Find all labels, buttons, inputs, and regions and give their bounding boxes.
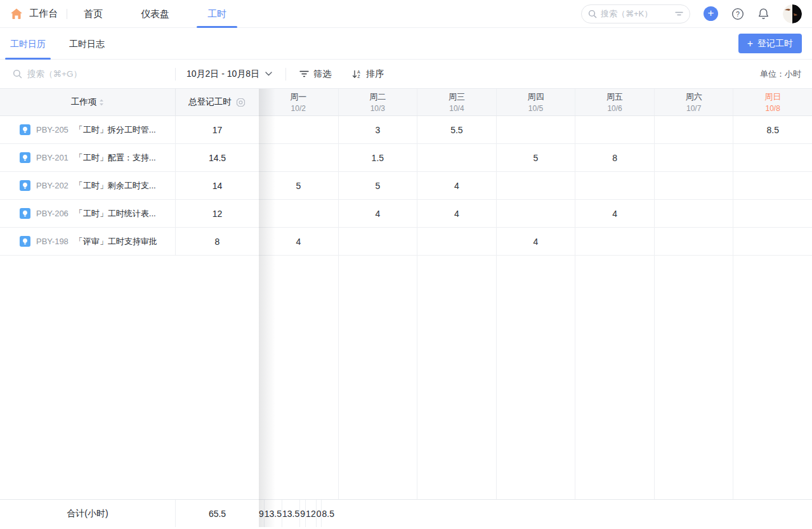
global-search-input[interactable] bbox=[601, 9, 671, 18]
work-item-column-header[interactable]: 工作项 bbox=[0, 89, 176, 115]
help-icon[interactable]: ? bbox=[731, 8, 744, 20]
work-item-id: PBY-201 bbox=[36, 153, 69, 162]
nav-item-home[interactable]: 首页 bbox=[84, 0, 103, 28]
hours-cell[interactable] bbox=[733, 172, 812, 199]
hours-row: 554 bbox=[259, 172, 812, 200]
hours-cell[interactable] bbox=[417, 144, 496, 171]
work-item-row[interactable]: PBY-206 「工时」工时统计表... 12 bbox=[0, 200, 259, 228]
hours-cell[interactable]: 5 bbox=[338, 172, 417, 199]
hours-cell[interactable] bbox=[654, 228, 733, 255]
nav-item-worktime[interactable]: 工时 bbox=[207, 0, 226, 28]
totals-row-label: 合计(小时) bbox=[0, 500, 176, 527]
svg-text:A: A bbox=[358, 70, 361, 74]
create-new-button[interactable]: + bbox=[704, 6, 718, 21]
hours-cell[interactable]: 4 bbox=[417, 172, 496, 199]
sort-button[interactable]: AZ 排序 bbox=[352, 69, 384, 80]
hours-cell[interactable]: 3 bbox=[338, 116, 417, 143]
total-column-header: 总登记工时 bbox=[176, 89, 259, 115]
top-nav: 工作台 首页 仪表盘 工时 + ? bbox=[0, 0, 812, 28]
day-column-header[interactable]: 周六 10/7 bbox=[654, 89, 733, 115]
work-item-id: PBY-202 bbox=[36, 181, 69, 190]
work-item-cell[interactable]: PBY-198 「评审」工时支持审批 bbox=[0, 228, 176, 255]
plus-icon: + bbox=[747, 39, 753, 49]
register-hours-button[interactable]: + 登记工时 bbox=[738, 34, 802, 53]
global-search-box[interactable] bbox=[581, 4, 690, 23]
date-label: 10/2 bbox=[291, 104, 306, 113]
tab-worktime-log[interactable]: 工时日志 bbox=[69, 28, 105, 60]
day-total-cell: 13.5 bbox=[264, 500, 282, 527]
hours-cell[interactable] bbox=[575, 116, 654, 143]
hours-cell[interactable]: 4 bbox=[259, 228, 338, 255]
workbench-menu[interactable]: 工作台 bbox=[29, 8, 58, 20]
hours-cell[interactable]: 8 bbox=[575, 144, 654, 171]
hours-cell[interactable] bbox=[417, 228, 496, 255]
day-total-cell: 13.5 bbox=[282, 500, 299, 527]
hours-cell[interactable] bbox=[575, 172, 654, 199]
hours-cell[interactable] bbox=[259, 200, 338, 227]
hours-cell[interactable] bbox=[733, 200, 812, 227]
hours-cell[interactable]: 5.5 bbox=[417, 116, 496, 143]
work-item-cell[interactable]: PBY-202 「工时」剩余工时支... bbox=[0, 172, 176, 199]
hours-cell[interactable] bbox=[496, 200, 575, 227]
work-item-cell[interactable]: PBY-201 「工时」配置：支持... bbox=[0, 144, 176, 171]
day-total-cell: 12 bbox=[305, 500, 316, 527]
hours-cell[interactable]: 5 bbox=[259, 172, 338, 199]
hours-cell[interactable] bbox=[496, 116, 575, 143]
hours-cell[interactable] bbox=[733, 144, 812, 171]
work-item-cell[interactable]: PBY-206 「工时」工时统计表... bbox=[0, 200, 176, 227]
notification-bell-icon[interactable] bbox=[757, 8, 769, 20]
hours-cell[interactable] bbox=[575, 228, 654, 255]
hours-cell[interactable]: 4 bbox=[417, 200, 496, 227]
filter-button[interactable]: 筛选 bbox=[299, 69, 331, 80]
hours-cell[interactable] bbox=[654, 144, 733, 171]
column-settings-gear-icon[interactable] bbox=[235, 97, 246, 108]
hours-cell[interactable] bbox=[259, 116, 338, 143]
date-range-picker[interactable]: 10月2日 - 10月8日 bbox=[187, 69, 272, 80]
hours-cell[interactable]: 5 bbox=[496, 144, 575, 171]
user-avatar[interactable] bbox=[783, 4, 802, 23]
hours-row: 44 bbox=[259, 228, 812, 256]
hours-cell[interactable]: 4 bbox=[575, 200, 654, 227]
day-column-header[interactable]: 周日 10/8 bbox=[733, 89, 812, 115]
day-column-header[interactable]: 周五 10/6 bbox=[575, 89, 654, 115]
footer-grid: 913.513.591208.5 bbox=[259, 499, 812, 527]
tab-bar: 工时日历 工时日志 + 登记工时 bbox=[0, 28, 812, 60]
total-hours-cell: 17 bbox=[176, 116, 259, 143]
pinned-columns: 工作项 总登记工时 PBY-205 「工时」拆分工时管... 17 PBY-20… bbox=[0, 89, 259, 527]
user-story-icon bbox=[20, 208, 30, 219]
day-column-header[interactable]: 周四 10/5 bbox=[496, 89, 575, 115]
search-filter-icon[interactable] bbox=[675, 10, 683, 18]
sort-carets-icon[interactable] bbox=[99, 99, 104, 106]
table-search-box[interactable] bbox=[0, 68, 176, 81]
hours-cell[interactable] bbox=[338, 228, 417, 255]
work-item-row[interactable]: PBY-198 「评审」工时支持审批 8 bbox=[0, 228, 259, 256]
tab-worktime-calendar[interactable]: 工时日历 bbox=[10, 28, 46, 60]
home-icon[interactable] bbox=[10, 8, 23, 20]
hours-cell[interactable]: 8.5 bbox=[733, 116, 812, 143]
work-item-row[interactable]: PBY-205 「工时」拆分工时管... 17 bbox=[0, 116, 259, 144]
table-search-input[interactable] bbox=[27, 69, 175, 79]
work-item-title: 「评审」工时支持审批 bbox=[75, 236, 157, 247]
day-column-header[interactable]: 周二 10/3 bbox=[338, 89, 417, 115]
work-item-row[interactable]: PBY-201 「工时」配置：支持... 14.5 bbox=[0, 144, 259, 172]
day-columns-area: 周一 10/2周二 10/3周三 10/4周四 10/5周五 10/6周六 10… bbox=[259, 89, 812, 527]
hours-cell[interactable] bbox=[654, 200, 733, 227]
hours-cell[interactable] bbox=[654, 116, 733, 143]
hours-cell[interactable] bbox=[259, 144, 338, 171]
chevron-down-icon bbox=[265, 72, 272, 76]
hours-cell[interactable]: 4 bbox=[338, 200, 417, 227]
hours-cell[interactable] bbox=[496, 172, 575, 199]
day-column-header[interactable]: 周一 10/2 bbox=[259, 89, 338, 115]
hours-cell[interactable]: 4 bbox=[496, 228, 575, 255]
work-item-title: 「工时」剩余工时支... bbox=[75, 180, 156, 192]
hours-cell[interactable]: 1.5 bbox=[338, 144, 417, 171]
work-item-row[interactable]: PBY-202 「工时」剩余工时支... 14 bbox=[0, 172, 259, 200]
hours-cell[interactable] bbox=[654, 172, 733, 199]
weekday-label: 周一 bbox=[290, 91, 306, 103]
work-item-cell[interactable]: PBY-205 「工时」拆分工时管... bbox=[0, 116, 176, 143]
total-hours-cell: 12 bbox=[176, 200, 259, 227]
day-column-header[interactable]: 周三 10/4 bbox=[417, 89, 496, 115]
nav-item-dashboard[interactable]: 仪表盘 bbox=[141, 0, 169, 28]
hours-cell[interactable] bbox=[733, 228, 812, 255]
pinned-header: 工作项 总登记工时 bbox=[0, 89, 259, 116]
